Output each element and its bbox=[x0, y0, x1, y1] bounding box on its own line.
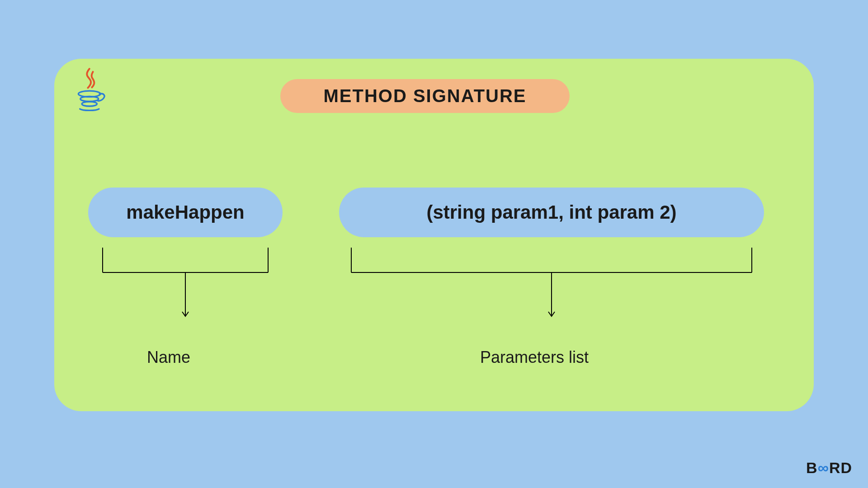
label-params: Parameters list bbox=[480, 348, 589, 367]
title-pill: METHOD SIGNATURE bbox=[280, 79, 570, 113]
label-name: Name bbox=[147, 348, 190, 367]
svg-point-2 bbox=[82, 102, 97, 106]
method-name-pill: makeHappen bbox=[88, 188, 283, 237]
params-text: (string param1, int param 2) bbox=[426, 202, 676, 223]
brand-suffix: RD bbox=[829, 459, 852, 477]
java-icon bbox=[70, 68, 111, 113]
title-text: METHOD SIGNATURE bbox=[323, 86, 526, 106]
brand-accent: ∞ bbox=[818, 459, 829, 477]
method-name-text: makeHappen bbox=[126, 202, 244, 223]
brand-logo: B∞RD bbox=[806, 459, 852, 477]
bracket-params bbox=[350, 248, 753, 331]
params-pill: (string param1, int param 2) bbox=[339, 188, 764, 237]
bracket-name bbox=[102, 248, 269, 331]
svg-point-1 bbox=[80, 96, 99, 101]
brand-prefix: B bbox=[806, 459, 818, 477]
